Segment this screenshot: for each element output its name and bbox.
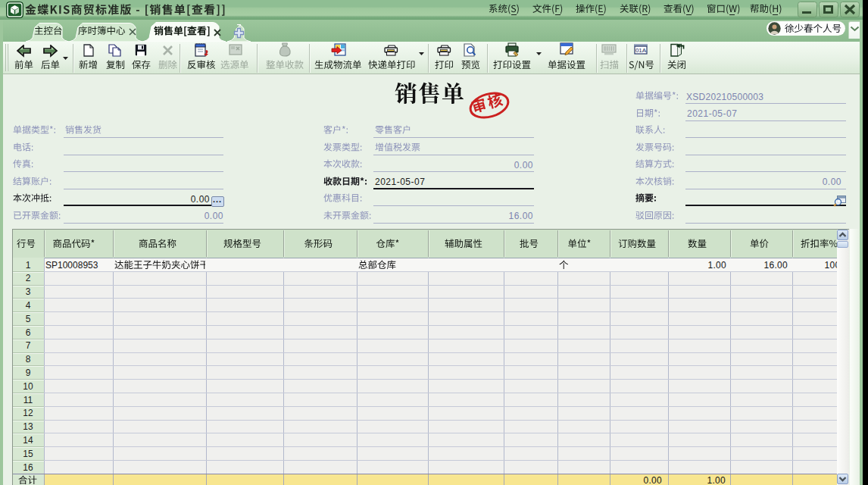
svg-text:01A: 01A — [635, 47, 647, 54]
